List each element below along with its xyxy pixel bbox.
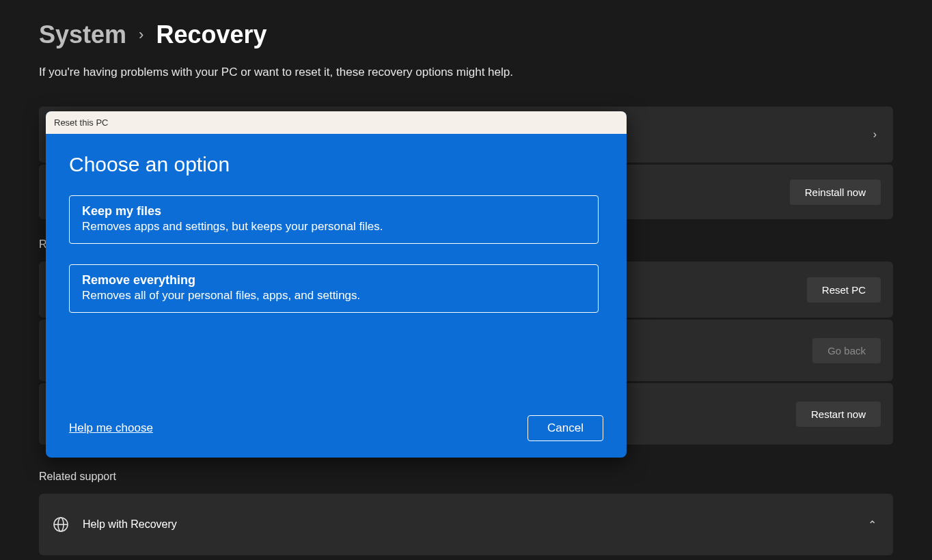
remove-everything-option[interactable]: Remove everything Removes all of your pe… (69, 264, 599, 313)
related-support-label: Related support (39, 471, 893, 483)
chevron-up-icon: ⌃ (864, 518, 881, 531)
page-title: Recovery (156, 20, 266, 49)
help-me-choose-link[interactable]: Help me choose (69, 421, 153, 435)
breadcrumb: System › Recovery (39, 20, 893, 49)
restart-now-button[interactable]: Restart now (796, 402, 881, 427)
help-with-recovery-label: Help with Recovery (83, 518, 177, 531)
option-title: Keep my files (82, 204, 586, 219)
page-subtitle: If you're having problems with your PC o… (39, 66, 893, 79)
keep-my-files-option[interactable]: Keep my files Removes apps and settings,… (69, 195, 599, 244)
option-desc: Removes apps and settings, but keeps you… (82, 220, 586, 234)
help-with-recovery-card[interactable]: Help with Recovery ⌃ (39, 494, 893, 555)
chevron-right-icon: › (139, 26, 143, 44)
chevron-right-icon: › (869, 128, 881, 141)
cancel-button[interactable]: Cancel (527, 415, 603, 441)
go-back-button[interactable]: Go back (812, 338, 881, 363)
option-desc: Removes all of your personal files, apps… (82, 289, 586, 303)
option-title: Remove everything (82, 273, 586, 288)
breadcrumb-root[interactable]: System (39, 20, 126, 49)
globe-icon (53, 516, 69, 533)
dialog-heading: Choose an option (69, 153, 603, 176)
dialog-titlebar: Reset this PC (46, 111, 627, 134)
reinstall-now-button[interactable]: Reinstall now (790, 180, 881, 205)
reset-pc-dialog: Reset this PC Choose an option Keep my f… (46, 111, 627, 458)
reset-pc-button[interactable]: Reset PC (807, 277, 881, 303)
